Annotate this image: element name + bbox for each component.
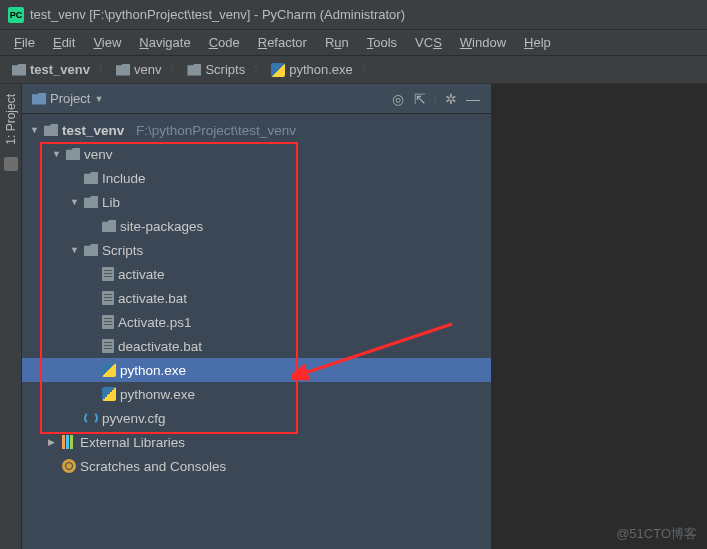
breadcrumb-root[interactable]: test_venv	[8, 62, 94, 77]
folder-icon	[84, 244, 98, 256]
library-icon	[62, 435, 76, 449]
tree-root[interactable]: test_venv F:\pythonProject\test_venv	[22, 118, 491, 142]
breadcrumb-venv[interactable]: venv	[112, 62, 165, 77]
menu-code[interactable]: Code	[201, 33, 248, 52]
config-file-icon	[84, 411, 98, 425]
tree-lib[interactable]: Lib	[22, 190, 491, 214]
pycharm-logo-icon: PC	[8, 7, 24, 23]
folder-icon	[84, 196, 98, 208]
tree-activate-bat[interactable]: activate.bat	[22, 286, 491, 310]
breadcrumb-file[interactable]: python.exe	[267, 62, 357, 77]
folder-icon	[116, 64, 130, 76]
breadcrumb-scripts[interactable]: Scripts	[183, 62, 249, 77]
hide-icon[interactable]: —	[465, 91, 481, 107]
project-tool-window: Project ▼ ◎ ⇱ | ✲ — test_venv F:\pythonP…	[22, 84, 492, 549]
python-file-icon	[271, 63, 285, 77]
chevron-right-icon: 〉	[98, 63, 108, 77]
tree-pyvenv-cfg[interactable]: pyvenv.cfg	[22, 406, 491, 430]
tree-scratches[interactable]: Scratches and Consoles	[22, 454, 491, 478]
python-file-icon	[102, 387, 116, 401]
tree-pythonw-exe[interactable]: pythonw.exe	[22, 382, 491, 406]
tree-include[interactable]: Include	[22, 166, 491, 190]
chevron-right-icon: 〉	[253, 63, 263, 77]
file-icon	[102, 339, 114, 353]
menu-tools[interactable]: Tools	[359, 33, 405, 52]
menu-edit[interactable]: Edit	[45, 33, 83, 52]
folder-icon	[187, 64, 201, 76]
tree-venv[interactable]: venv	[22, 142, 491, 166]
tree-sitepackages[interactable]: site-packages	[22, 214, 491, 238]
folder-icon	[44, 124, 58, 136]
python-file-icon	[102, 363, 116, 377]
project-view-selector[interactable]: Project ▼	[32, 91, 103, 106]
folder-icon	[84, 172, 98, 184]
window-title: test_venv [F:\pythonProject\test_venv] -…	[30, 7, 405, 22]
scratches-icon	[62, 459, 76, 473]
menu-help[interactable]: Help	[516, 33, 559, 52]
folder-icon	[32, 93, 46, 105]
expand-arrow-icon[interactable]	[30, 125, 40, 135]
tree-python-exe[interactable]: python.exe	[22, 358, 491, 382]
expand-arrow-icon[interactable]	[70, 197, 80, 207]
window-titlebar: PC test_venv [F:\pythonProject\test_venv…	[0, 0, 707, 30]
menu-file[interactable]: File	[6, 33, 43, 52]
tree-activate-ps1[interactable]: Activate.ps1	[22, 310, 491, 334]
file-icon	[102, 315, 114, 329]
menu-bar: File Edit View Navigate Code Refactor Ru…	[0, 30, 707, 56]
locate-icon[interactable]: ◎	[390, 91, 406, 107]
tree-deactivate-bat[interactable]: deactivate.bat	[22, 334, 491, 358]
project-tree[interactable]: test_venv F:\pythonProject\test_venv ven…	[22, 114, 491, 549]
tree-activate[interactable]: activate	[22, 262, 491, 286]
gear-icon[interactable]: ✲	[443, 91, 459, 107]
folder-icon	[102, 220, 116, 232]
tree-external-libraries[interactable]: External Libraries	[22, 430, 491, 454]
menu-window[interactable]: Window	[452, 33, 514, 52]
project-panel-header: Project ▼ ◎ ⇱ | ✲ —	[22, 84, 491, 114]
menu-vcs[interactable]: VCS	[407, 33, 450, 52]
menu-navigate[interactable]: Navigate	[131, 33, 198, 52]
menu-run[interactable]: Run	[317, 33, 357, 52]
chevron-down-icon: ▼	[94, 94, 103, 104]
menu-refactor[interactable]: Refactor	[250, 33, 315, 52]
editor-area	[492, 84, 707, 549]
folder-icon	[12, 64, 26, 76]
chevron-right-icon: 〉	[361, 63, 371, 77]
breadcrumb: test_venv 〉 venv 〉 Scripts 〉 python.exe …	[0, 56, 707, 84]
file-icon	[102, 291, 114, 305]
menu-view[interactable]: View	[85, 33, 129, 52]
expand-arrow-icon[interactable]	[48, 437, 58, 447]
folder-icon	[66, 148, 80, 160]
watermark: @51CTO博客	[616, 525, 697, 543]
file-icon	[102, 267, 114, 281]
chevron-right-icon: 〉	[169, 63, 179, 77]
tab-project[interactable]: 1: Project	[2, 90, 20, 149]
expand-arrow-icon[interactable]	[52, 149, 62, 159]
left-gutter: 1: Project	[0, 84, 22, 549]
tree-scripts[interactable]: Scripts	[22, 238, 491, 262]
collapse-all-icon[interactable]: ⇱	[412, 91, 428, 107]
structure-icon[interactable]	[4, 157, 18, 171]
expand-arrow-icon[interactable]	[70, 245, 80, 255]
